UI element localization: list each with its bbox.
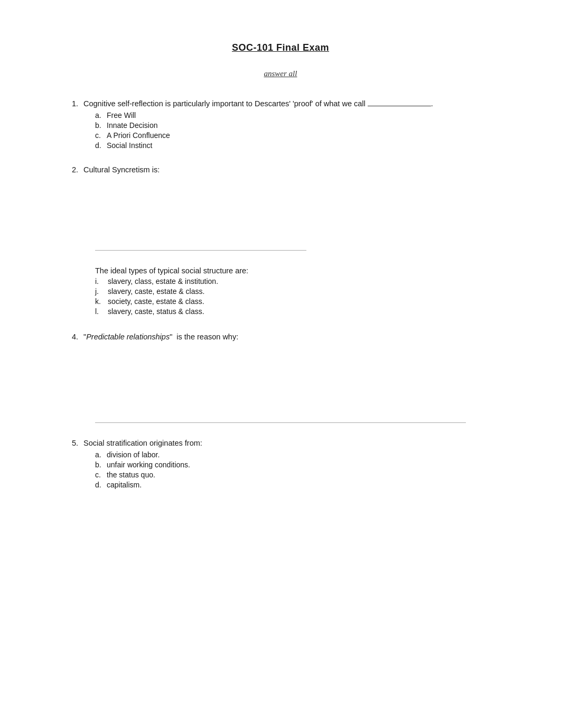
- q3-choices: i.slavery, class, estate & institution. …: [95, 277, 498, 316]
- q1-choice-b: b.Innate Decision: [95, 121, 498, 130]
- question-5: 5. Social stratification originates from…: [63, 439, 498, 489]
- question-4: 4. "Predictable relationships" is the re…: [63, 333, 498, 423]
- q3-choice-k: k.society, caste, estate & class.: [95, 297, 498, 306]
- question-3: The ideal types of typical social struct…: [95, 266, 498, 316]
- q4-text: "Predictable relationships" is the reaso…: [83, 333, 498, 341]
- q4-divider: [95, 422, 466, 423]
- q3-choice-j: j.slavery, caste, estate & class.: [95, 287, 498, 296]
- q3-text: The ideal types of typical social struct…: [95, 266, 498, 275]
- q2-text: Cultural Syncretism is:: [83, 165, 498, 174]
- q1-choice-c: c.A Priori Confluence: [95, 131, 498, 140]
- question-1-line: 1. Cognitive self-reflection is particul…: [63, 99, 498, 108]
- q3-choice-l: l.slavery, caste, status & class.: [95, 307, 498, 316]
- questions-container: 1. Cognitive self-reflection is particul…: [63, 99, 498, 489]
- q1-number: 1.: [63, 99, 78, 108]
- q1-text: Cognitive self-reflection is particularl…: [83, 99, 498, 108]
- q3-choice-i: i.slavery, class, estate & institution.: [95, 277, 498, 285]
- q4-number: 4.: [63, 333, 78, 341]
- q5-choice-a: a.division of labor.: [95, 450, 498, 459]
- question-5-line: 5. Social stratification originates from…: [63, 439, 498, 447]
- q2-divider: [95, 250, 306, 251]
- q5-choice-b: b.unfair working conditions.: [95, 460, 498, 469]
- question-2: 2. Cultural Syncretism is:: [63, 165, 498, 251]
- q5-text: Social stratification originates from:: [83, 439, 498, 447]
- q1-choices: a.Free Will b.Innate Decision c.A Priori…: [95, 111, 498, 150]
- question-4-line: 4. "Predictable relationships" is the re…: [63, 333, 498, 341]
- q1-blank: [368, 106, 431, 106]
- q4-answer-area: [63, 344, 498, 413]
- question-1: 1. Cognitive self-reflection is particul…: [63, 99, 498, 150]
- q3-sub: The ideal types of typical social struct…: [95, 266, 498, 316]
- question-2-line: 2. Cultural Syncretism is:: [63, 165, 498, 174]
- q5-choices: a.division of labor. b.unfair working co…: [95, 450, 498, 489]
- q2-number: 2.: [63, 165, 78, 174]
- q2-answer-area: [63, 177, 498, 241]
- page-title: SOC-101 Final Exam: [63, 42, 498, 53]
- q5-choice-c: c.the status quo.: [95, 471, 498, 479]
- q5-choice-d: d.capitalism.: [95, 481, 498, 489]
- q1-choice-d: d.Social Instinct: [95, 141, 498, 150]
- q1-choice-a: a.Free Will: [95, 111, 498, 119]
- page-subtitle: answer all: [63, 69, 498, 78]
- q5-number: 5.: [63, 439, 78, 447]
